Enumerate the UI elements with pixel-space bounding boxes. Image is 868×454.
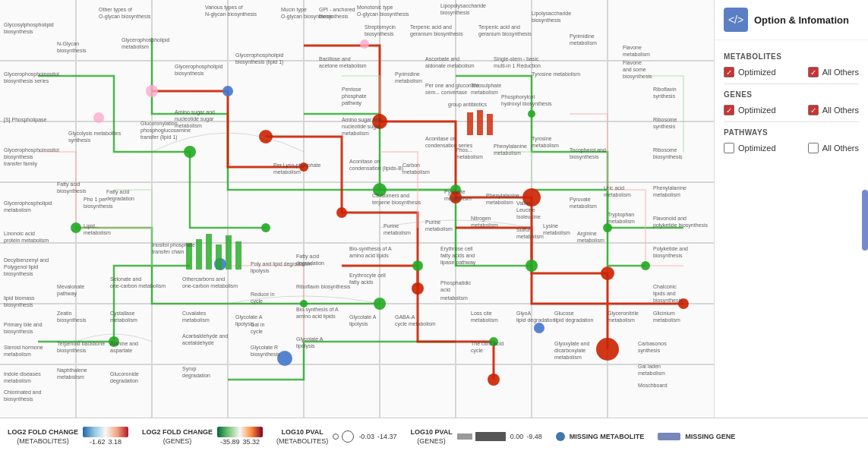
svg-text:Amino sugar and: Amino sugar and <box>175 109 215 115</box>
svg-rect-49 <box>206 234 212 270</box>
svg-text:N-glycan biosynthesis: N-glycan biosynthesis <box>205 11 257 17</box>
met-pval-min: -0.03 <box>358 433 374 440</box>
met-optimized-item[interactable]: ✓ Optimized <box>724 67 776 77</box>
svg-text:metabolism: metabolism <box>543 230 570 235</box>
svg-text:and some: and some <box>623 67 646 72</box>
svg-text:Isoleucine: Isoleucine <box>516 214 541 219</box>
svg-text:Glyoxylate and: Glyoxylate and <box>554 341 589 347</box>
svg-text:O-glycan biosynthesis: O-glycan biosynthesis <box>357 11 409 17</box>
svg-text:lipid biomass: lipid biomass <box>4 295 35 301</box>
svg-text:metabolism: metabolism <box>604 192 631 197</box>
svg-text:Chalconic: Chalconic <box>653 284 677 289</box>
panel-icon[interactable]: </> <box>724 8 748 32</box>
svg-text:lipolysis: lipolysis <box>251 268 270 274</box>
svg-text:metabolism: metabolism <box>84 230 111 235</box>
svg-text:metabolism: metabolism <box>471 90 498 95</box>
svg-text:Lysine: Lysine <box>543 223 558 229</box>
panel-content: METABOLITES ✓ Optimized ✓ All Others GEN… <box>715 40 868 166</box>
svg-text:metabolism: metabolism <box>4 207 31 213</box>
svg-point-16 <box>261 223 270 232</box>
pathway-map[interactable]: Glycosylphospholipid biosynthesis Other … <box>0 0 714 418</box>
svg-text:biosynthesis (lipid 1): biosynthesis (lipid 1) <box>235 59 283 65</box>
svg-text:Linonoic acid: Linonoic acid <box>4 231 35 236</box>
met-pval-range: -0.03 -14.37 <box>358 433 396 440</box>
met-optimized-checkbox[interactable]: ✓ <box>724 67 734 77</box>
svg-text:metabolism: metabolism <box>532 143 559 148</box>
path-allothers-checkbox[interactable] <box>808 143 819 153</box>
svg-text:metabolism: metabolism <box>425 226 453 232</box>
svg-text:Cystallase: Cystallase <box>110 311 134 317</box>
svg-text:Acarbaldehyde and: Acarbaldehyde and <box>182 333 228 339</box>
svg-point-40 <box>223 86 233 96</box>
legend-genes-pval: LOG10 PVAL (GENES) 0.00 -9.48 <box>410 428 541 445</box>
svg-text:[S] Phospholipase: [S] Phospholipase <box>4 117 47 123</box>
svg-text:biosynthesis: biosynthesis <box>4 396 33 402</box>
svg-text:Leucine: Leucine <box>516 207 535 213</box>
met-allothers-checkbox[interactable]: ✓ <box>808 67 819 77</box>
genes-pval-rects <box>457 432 506 441</box>
svg-text:Glicinium: Glicinium <box>653 311 675 316</box>
pathways-row: Optimized All Others <box>724 143 859 153</box>
svg-text:cycle: cycle <box>251 329 263 335</box>
svg-text:GPI - anchored: GPI - anchored <box>319 7 355 12</box>
svg-text:metabolism: metabolism <box>653 192 680 197</box>
svg-text:Monotonic type: Monotonic type <box>357 5 393 11</box>
svg-text:Ribosome: Ribosome <box>653 117 677 122</box>
svg-point-28 <box>528 110 535 118</box>
svg-point-34 <box>412 282 424 295</box>
svg-text:Ascorbate and: Ascorbate and <box>425 56 459 61</box>
svg-text:Glycerophosphoinositol: Glycerophosphoinositol <box>4 147 59 153</box>
genes-fc-min: -35.89 <box>220 438 240 446</box>
path-optimized-checkbox[interactable] <box>724 143 734 153</box>
svg-text:group antibiotics: group antibiotics <box>448 102 487 108</box>
svg-text:Glycerophospholipid: Glycerophospholipid <box>122 37 170 43</box>
svg-text:metabolism: metabolism <box>182 317 210 323</box>
svg-text:synthesis: synthesis <box>653 124 676 130</box>
svg-text:GABA-A: GABA-A <box>395 314 415 320</box>
svg-text:Glycerophosphoinositol: Glycerophosphoinositol <box>4 71 59 77</box>
legend-genes-fc-label: LOG2 FOLD CHANGE <box>142 428 213 436</box>
svg-text:acetone metabolism: acetone metabolism <box>319 63 367 68</box>
svg-text:Decylbenzenyl and: Decylbenzenyl and <box>4 257 49 263</box>
svg-text:biosynthesis series: biosynthesis series <box>4 78 49 84</box>
legend-met-pval: LOG10 PVAL (METABOLITES) -0.03 -14.37 <box>276 428 396 445</box>
svg-text:metabolism: metabolism <box>638 370 665 376</box>
panel-header: </> Option & Infomation <box>715 0 868 40</box>
met-allothers-label: All Others <box>822 68 859 77</box>
met-allothers-item[interactable]: ✓ All Others <box>808 67 859 77</box>
svg-text:metabolism: metabolism <box>175 123 202 128</box>
legend-met-pval-label: LOG10 PVAL <box>282 428 324 436</box>
gene-allothers-item[interactable]: ✓ All Others <box>808 105 859 115</box>
path-optimized-label: Optimized <box>738 143 776 153</box>
svg-rect-51 <box>226 235 232 270</box>
svg-text:geranium biosynthesis: geranium biosynthesis <box>478 31 532 37</box>
svg-text:biosynthesis: biosynthesis <box>84 203 113 210</box>
svg-text:metabolism: metabolism <box>577 238 604 243</box>
svg-text:Pyruvate: Pyruvate <box>570 197 591 203</box>
svg-text:Flavonoid and: Flavonoid and <box>653 216 687 221</box>
svg-text:Lipolysaccharide: Lipolysaccharide <box>532 11 571 17</box>
svg-text:metabolism: metabolism <box>440 295 468 301</box>
legend-genes-pval-label: LOG10 PVAL <box>410 428 452 436</box>
svg-text:Primary bile and: Primary bile and <box>4 322 43 328</box>
scroll-indicator[interactable] <box>862 190 868 251</box>
path-allothers-item[interactable]: All Others <box>808 143 859 153</box>
gene-optimized-checkbox[interactable]: ✓ <box>724 105 734 115</box>
svg-text:biosynthesis: biosynthesis <box>4 329 33 335</box>
legend-bar: LOG2 FOLD CHANGE (METABOLITES) -1.62 3.1… <box>0 418 868 454</box>
svg-text:biosynthesis: biosynthesis <box>4 271 33 277</box>
svg-text:Polyketide and: Polyketide and <box>653 246 688 252</box>
svg-text:Glycerophospholipid: Glycerophospholipid <box>175 64 223 70</box>
svg-text:Pentose: Pentose <box>342 87 361 92</box>
gene-allothers-checkbox[interactable]: ✓ <box>808 105 819 115</box>
svg-text:Valine: Valine <box>516 200 531 206</box>
svg-text:terpene biosynthesis: terpene biosynthesis <box>372 200 421 206</box>
svg-text:Glycosylphospholipid: Glycosylphospholipid <box>4 22 54 28</box>
svg-text:Single-stem - basic: Single-stem - basic <box>494 56 539 62</box>
svg-text:biosynthesis: biosynthesis <box>319 14 349 20</box>
svg-text:Glycerophospholipid: Glycerophospholipid <box>235 52 284 58</box>
path-optimized-item[interactable]: Optimized <box>724 143 776 153</box>
panel-title: Option & Infomation <box>754 14 849 26</box>
svg-text:metabolism: metabolism <box>444 196 472 201</box>
gene-optimized-item[interactable]: ✓ Optimized <box>724 105 776 115</box>
